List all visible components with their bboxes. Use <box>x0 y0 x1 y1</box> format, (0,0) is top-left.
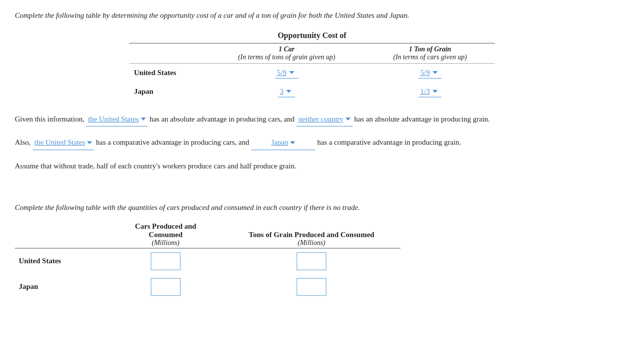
us-grain-dropdown[interactable]: 5/9 <box>365 63 495 82</box>
prod-japan-cars-cell <box>109 274 223 300</box>
prod-us-cars-input[interactable] <box>151 252 180 270</box>
prod-japan-cars-input[interactable] <box>151 278 180 296</box>
prod-us-grain-cell <box>223 248 401 274</box>
prod-col1-header: Cars Produced and Consumed (Millions) <box>109 221 223 248</box>
opp-col1-header: 1 Car (In terms of tons of grain given u… <box>208 43 365 63</box>
para2-prefix: Also, <box>15 138 31 146</box>
opp-col2-line2: (In terms of cars given up) <box>385 53 475 61</box>
para1-prefix: Given this information, <box>15 115 84 123</box>
prod-japan-label: Japan <box>15 274 109 300</box>
para2-dropdown1-arrow-icon <box>87 141 92 144</box>
us-grain-value: 5/9 <box>420 69 430 77</box>
prod-col-country <box>15 221 109 248</box>
opp-col-country-header <box>129 43 208 63</box>
para1-dropdown1-arrow-icon <box>141 118 146 121</box>
prod-us-grain-input[interactable] <box>297 252 326 270</box>
production-table-row: United States <box>15 248 401 274</box>
prod-japan-grain-cell <box>223 274 401 300</box>
production-col-headers: Cars Produced and Consumed (Millions) To… <box>15 221 401 248</box>
us-car-arrow-icon <box>289 71 294 74</box>
production-table-row: Japan <box>15 274 401 300</box>
us-car-dropdown[interactable]: 5/9 <box>208 63 365 82</box>
para1-suffix: has an absolute advantage in producing g… <box>354 115 490 123</box>
opp-col2-header: 1 Ton of Grain (In terms of cars given u… <box>365 43 495 63</box>
japan-car-arrow-icon <box>286 90 291 93</box>
paragraph2: Also, the United States has a comparativ… <box>15 136 609 150</box>
japan-grain-arrow-icon <box>433 90 438 93</box>
prod-us-label: United States <box>15 248 109 274</box>
para2-dropdown2[interactable]: Japan <box>251 136 315 150</box>
opp-col1-line2: (In terms of tons of grain given up) <box>228 53 345 61</box>
opp-col2-line1: 1 Ton of Grain <box>385 45 475 53</box>
table-row: United States 5/9 5/9 <box>129 63 495 82</box>
japan-car-value: 3 <box>280 87 284 96</box>
japan-grain-dropdown[interactable]: 1/3 <box>365 82 495 101</box>
opportunity-cost-table: Opportunity Cost of 1 Car (In terms of t… <box>129 31 495 101</box>
para1-dropdown1[interactable]: the United States <box>86 113 147 127</box>
para2-middle: has a comparative advantage in producing… <box>96 138 249 146</box>
prod-col1-line1: Cars Produced and Consumed <box>119 222 213 239</box>
prod-japan-grain-input[interactable] <box>297 278 326 296</box>
para2-dropdown2-value: Japan <box>271 136 288 149</box>
japan-car-dropdown[interactable]: 3 <box>208 82 365 101</box>
us-car-value: 5/9 <box>277 69 286 77</box>
para2-dropdown1[interactable]: the United States <box>33 136 94 150</box>
intro-text: Complete the following table by determin… <box>15 10 609 21</box>
prod-col2-line2: (Millions) <box>232 239 391 247</box>
para2-dropdown2-arrow-icon <box>290 141 295 144</box>
assume-text: Assume that without trade, half of each … <box>15 160 609 173</box>
para2-suffix: has a comparative advantage in producing… <box>317 138 461 146</box>
paragraph1: Given this information, the United State… <box>15 113 609 127</box>
para1-dropdown2-arrow-icon <box>346 118 351 121</box>
para2-dropdown1-value: the United States <box>35 136 85 149</box>
us-label: United States <box>129 63 208 82</box>
prod-col2-header: Tons of Grain Produced and Consumed (Mil… <box>223 221 401 248</box>
complete-text: Complete the following table with the qu… <box>15 202 609 213</box>
para1-dropdown1-value: the United States <box>88 113 138 126</box>
table-row: Japan 3 1/3 <box>129 82 495 101</box>
opp-cost-header: Opportunity Cost of <box>129 31 495 43</box>
prod-col1-line2: (Millions) <box>119 239 213 247</box>
japan-grain-value: 1/3 <box>420 87 430 96</box>
japan-label: Japan <box>129 82 208 101</box>
prod-us-cars-cell <box>109 248 223 274</box>
production-table: Cars Produced and Consumed (Millions) To… <box>15 221 401 300</box>
us-grain-arrow-icon <box>433 71 438 74</box>
para1-dropdown2[interactable]: neither country <box>296 113 352 127</box>
opp-col1-line1: 1 Car <box>228 45 345 53</box>
para1-dropdown2-value: neither country <box>298 113 343 126</box>
para1-middle: has an absolute advantage in producing c… <box>149 115 294 123</box>
prod-col2-line1: Tons of Grain Produced and Consumed <box>232 231 391 239</box>
